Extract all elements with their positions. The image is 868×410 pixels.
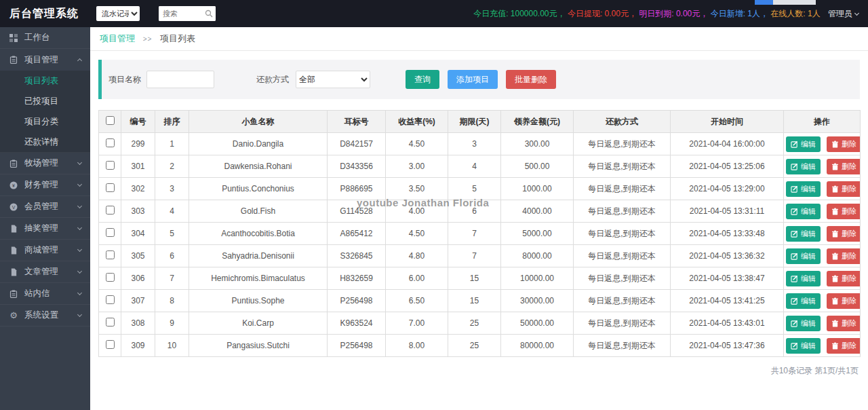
repay-method-select[interactable]: 全部 <box>296 71 370 88</box>
row-checkbox[interactable] <box>106 295 115 304</box>
cell-id: 303 <box>121 200 155 223</box>
batch-delete-button[interactable]: 批量删除 <box>506 70 556 89</box>
row-checkbox[interactable] <box>106 206 115 215</box>
delete-button[interactable]: 删除 <box>827 181 860 197</box>
edit-button-label: 编辑 <box>801 206 816 217</box>
add-project-button[interactable]: 添加项目 <box>448 70 498 89</box>
edit-button[interactable]: 编辑 <box>786 181 821 197</box>
cell-fish-name: Dawkensia.Rohani <box>189 155 328 178</box>
cell-ear-tag: K963524 <box>328 312 386 335</box>
edit-button-label: 编辑 <box>801 318 816 329</box>
project-name-input[interactable] <box>146 71 214 88</box>
cell-sort: 2 <box>155 155 189 178</box>
col-header-tag: 耳标号 <box>328 111 386 133</box>
row-checkbox[interactable] <box>106 273 115 282</box>
cell-ear-tag: P256498 <box>328 290 386 312</box>
query-button[interactable]: 查询 <box>406 70 439 89</box>
delete-button-label: 删除 <box>842 296 856 306</box>
sidebar-item-invested-projects[interactable]: 已投项目 <box>0 91 90 111</box>
sidebar-item-mall-mgmt[interactable]: 商城管理 <box>0 240 90 261</box>
delete-button-label: 删除 <box>842 206 856 217</box>
sidebar-item-system-settings[interactable]: ⚙ 系统设置 <box>0 305 90 327</box>
edit-button-label: 编辑 <box>801 162 816 172</box>
stat-withdraw-today: 今日提现: 0.00元， <box>568 8 639 20</box>
sidebar-item-workbench[interactable]: 工作台 <box>0 27 90 49</box>
edit-button[interactable]: 编辑 <box>786 204 821 219</box>
cell-repay-method: 每日返息,到期还本 <box>574 290 671 312</box>
dashboard-grid-icon <box>9 34 18 42</box>
cell-start-time: 2021-04-05 13:31:11 <box>671 200 784 223</box>
breadcrumb-section[interactable]: 项目管理 <box>100 33 135 43</box>
cell-days: 4 <box>448 155 501 178</box>
sidebar: 工作台 项目管理 项目列表 已投项目 项目分类 还款详情 牧场管理 ¥ 财务管理… <box>0 27 90 410</box>
cell-fish-name: Koi.Carp <box>189 312 328 335</box>
delete-button[interactable]: 删除 <box>827 159 860 174</box>
sidebar-item-project-mgmt[interactable]: 项目管理 <box>0 49 90 71</box>
sidebar-item-site-message[interactable]: 站内信 <box>0 283 90 305</box>
table-row: 304 5 Acanthocobitis.Botia A865412 4.50 … <box>99 223 861 245</box>
sidebar-item-project-list[interactable]: 项目列表 <box>0 71 90 91</box>
delete-button[interactable]: 删除 <box>827 271 860 286</box>
cell-days: 15 <box>448 290 501 312</box>
cell-start-time: 2021-04-05 13:36:32 <box>671 245 784 267</box>
sidebar-item-project-category[interactable]: 项目分类 <box>0 111 90 132</box>
edit-button[interactable]: 编辑 <box>786 338 821 354</box>
edit-pencil-icon <box>791 275 798 282</box>
cell-rate: 6.50 <box>386 290 448 312</box>
row-checkbox[interactable] <box>106 340 115 349</box>
cell-days: 7 <box>448 223 501 245</box>
sidebar-item-lottery-mgmt[interactable]: 抽奖管理 <box>0 218 90 240</box>
delete-button[interactable]: 删除 <box>827 136 860 152</box>
cell-fish-name: Danio.Dangila <box>189 133 328 155</box>
cell-sort: 4 <box>155 200 189 223</box>
cell-days: 3 <box>448 133 501 155</box>
delete-button[interactable]: 删除 <box>827 338 860 354</box>
row-checkbox[interactable] <box>106 183 115 192</box>
delete-button[interactable]: 删除 <box>827 204 860 219</box>
col-header-name: 小鱼名称 <box>189 111 328 133</box>
edit-button[interactable]: 编辑 <box>786 248 821 264</box>
delete-button[interactable]: 删除 <box>827 248 860 264</box>
svg-text:V: V <box>12 204 16 209</box>
row-checkbox[interactable] <box>106 138 115 147</box>
edit-button-label: 编辑 <box>801 341 816 351</box>
edit-pencil-icon <box>791 141 798 148</box>
admin-menu[interactable]: 管理员 <box>828 8 859 20</box>
cell-id: 302 <box>121 178 155 200</box>
record-type-select[interactable]: 流水记录 <box>96 6 140 21</box>
delete-button[interactable]: 删除 <box>827 293 860 309</box>
trash-icon <box>831 163 839 170</box>
cell-sort: 3 <box>155 178 189 200</box>
sidebar-item-finance-mgmt[interactable]: ¥ 财务管理 <box>0 174 90 196</box>
gear-icon: ⚙ <box>9 311 18 320</box>
edit-button-label: 编辑 <box>801 184 816 194</box>
sidebar-item-article-mgmt[interactable]: 文章管理 <box>0 261 90 283</box>
row-checkbox[interactable] <box>106 250 115 259</box>
edit-button-label: 编辑 <box>801 229 816 239</box>
edit-button[interactable]: 编辑 <box>786 226 821 242</box>
delete-button[interactable]: 删除 <box>827 316 860 331</box>
row-checkbox[interactable] <box>106 161 115 170</box>
trash-icon <box>831 320 839 327</box>
delete-button[interactable]: 删除 <box>827 226 860 242</box>
edit-button[interactable]: 编辑 <box>786 293 821 309</box>
table-row: 305 6 Sahyadria.Denisonii S326845 4.80 7… <box>99 245 861 267</box>
edit-button[interactable]: 编辑 <box>786 159 821 174</box>
search-icon[interactable] <box>205 10 213 18</box>
select-all-checkbox[interactable] <box>106 116 115 125</box>
edit-button[interactable]: 编辑 <box>786 316 821 331</box>
sidebar-item-pasture-mgmt[interactable]: 牧场管理 <box>0 153 90 174</box>
row-checkbox[interactable] <box>106 318 115 327</box>
delete-button-label: 删除 <box>842 184 856 194</box>
cell-id: 307 <box>121 290 155 312</box>
col-header-amount: 领养金额(元) <box>501 111 574 133</box>
chevron-down-icon <box>77 204 82 208</box>
edit-button[interactable]: 编辑 <box>786 136 821 152</box>
sidebar-item-label: 文章管理 <box>24 266 58 278</box>
submenu-label: 已投项目 <box>24 96 58 107</box>
cell-actions: 编辑 删除 <box>784 245 861 267</box>
row-checkbox[interactable] <box>106 228 115 237</box>
sidebar-item-repayment-detail[interactable]: 还款详情 <box>0 132 90 152</box>
sidebar-item-member-mgmt[interactable]: V 会员管理 <box>0 196 90 218</box>
edit-button[interactable]: 编辑 <box>786 271 821 286</box>
